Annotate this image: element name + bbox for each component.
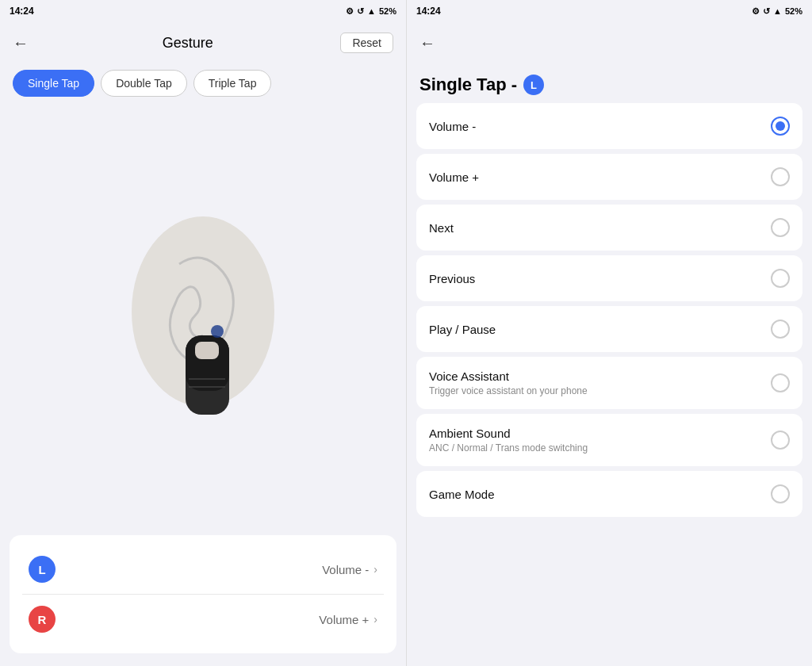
left-earbud-value: Volume -	[65, 563, 369, 576]
option-next[interactable]: Next	[416, 205, 802, 251]
reset-button[interactable]: Reset	[340, 33, 393, 53]
right-header: ←	[407, 22, 812, 63]
page-title-left: Gesture	[35, 35, 340, 52]
battery-right: 52%	[785, 6, 802, 16]
left-avatar: L	[29, 556, 56, 583]
tab-double-tap[interactable]: Double Tap	[101, 70, 187, 97]
time-right: 14:24	[416, 6, 441, 17]
radio-vol-plus[interactable]	[771, 167, 790, 186]
option-game-mode-label: Game Mode	[429, 488, 771, 501]
bottom-cards: L Volume - › R Volume + ›	[10, 535, 396, 653]
radio-voice-assistant[interactable]	[771, 373, 790, 392]
gesture-tabs: Single Tap Double Tap Triple Tap	[0, 63, 406, 103]
status-bar-right: 14:24 ⚙ ↺ ▲ 52%	[407, 0, 812, 22]
option-voice-assistant-label: Voice Assistant	[429, 369, 771, 383]
option-ambient-sound-label: Ambient Sound	[429, 427, 771, 440]
right-chevron-icon: ›	[373, 613, 377, 626]
option-ambient-sound[interactable]: Ambient Sound ANC / Normal / Trans mode …	[416, 414, 802, 466]
radio-ambient-sound[interactable]	[771, 431, 790, 450]
left-panel: 14:24 ⚙ ↺ ▲ 52% ← Gesture Reset Single T…	[0, 0, 406, 666]
option-ambient-sound-sublabel: ANC / Normal / Trans mode switching	[429, 442, 771, 454]
tab-triple-tap[interactable]: Triple Tap	[193, 70, 272, 97]
right-panel: 14:24 ⚙ ↺ ▲ 52% ← Single Tap - L Volume …	[406, 0, 812, 666]
option-vol-minus[interactable]: Volume -	[416, 103, 802, 149]
radio-play-pause[interactable]	[771, 320, 790, 339]
option-voice-assistant[interactable]: Voice Assistant Trigger voice assistant …	[416, 357, 802, 409]
option-play-pause-label: Play / Pause	[429, 323, 771, 336]
right-earbud-card[interactable]: R Volume + ›	[22, 594, 384, 644]
radio-game-mode[interactable]	[771, 484, 790, 503]
signal-icon: ▲	[367, 6, 376, 16]
back-button-right[interactable]: ←	[419, 34, 435, 52]
options-list: Volume - Volume + Next Previous	[407, 103, 812, 666]
section-title-text: Single Tap -	[419, 75, 517, 95]
option-voice-assistant-content: Voice Assistant Trigger voice assistant …	[429, 369, 771, 396]
section-title: Single Tap - L	[407, 63, 812, 103]
signal-icon-r: ▲	[773, 6, 782, 16]
status-icons-left: ⚙ ↺ ▲ 52%	[346, 6, 396, 17]
option-ambient-sound-content: Ambient Sound ANC / Normal / Trans mode …	[429, 427, 771, 454]
ear-svg	[100, 201, 306, 438]
left-header: ← Gesture Reset	[0, 22, 406, 63]
option-game-mode[interactable]: Game Mode	[416, 471, 802, 517]
option-game-mode-content: Game Mode	[429, 488, 771, 501]
option-play-pause-content: Play / Pause	[429, 323, 771, 336]
option-vol-plus[interactable]: Volume +	[416, 154, 802, 200]
back-button-left[interactable]: ←	[13, 34, 29, 52]
option-previous-content: Previous	[429, 272, 771, 285]
option-vol-minus-label: Volume -	[429, 120, 771, 133]
option-previous[interactable]: Previous	[416, 255, 802, 301]
option-next-content: Next	[429, 221, 771, 235]
right-earbud-value: Volume +	[65, 613, 369, 626]
history-icon-r: ↺	[763, 6, 770, 17]
svg-rect-3	[195, 342, 219, 359]
battery-left: 52%	[379, 6, 396, 16]
radio-next[interactable]	[771, 218, 790, 237]
ear-illustration-area	[0, 103, 406, 535]
svg-point-6	[211, 325, 224, 338]
status-icons-right: ⚙ ↺ ▲ 52%	[752, 6, 802, 17]
bluetooth-icon: ⚙	[346, 6, 354, 17]
time-left: 14:24	[10, 6, 34, 17]
option-voice-assistant-sublabel: Trigger voice assistant on your phone	[429, 385, 771, 396]
option-next-label: Next	[429, 221, 771, 235]
left-earbud-card[interactable]: L Volume - ›	[22, 545, 384, 594]
right-avatar: R	[29, 606, 56, 633]
radio-vol-minus-inner	[776, 121, 785, 131]
option-vol-minus-content: Volume -	[429, 120, 771, 133]
radio-previous[interactable]	[771, 269, 790, 288]
status-bar-left: 14:24 ⚙ ↺ ▲ 52%	[0, 0, 406, 22]
option-vol-plus-label: Volume +	[429, 170, 771, 184]
bluetooth-icon-r: ⚙	[752, 6, 760, 17]
left-chevron-icon: ›	[373, 563, 377, 576]
history-icon: ↺	[357, 6, 364, 17]
title-badge: L	[523, 75, 544, 95]
radio-vol-minus[interactable]	[771, 117, 790, 136]
option-previous-label: Previous	[429, 272, 771, 285]
option-vol-plus-content: Volume +	[429, 170, 771, 184]
option-play-pause[interactable]: Play / Pause	[416, 306, 802, 352]
tab-single-tap[interactable]: Single Tap	[13, 70, 94, 97]
